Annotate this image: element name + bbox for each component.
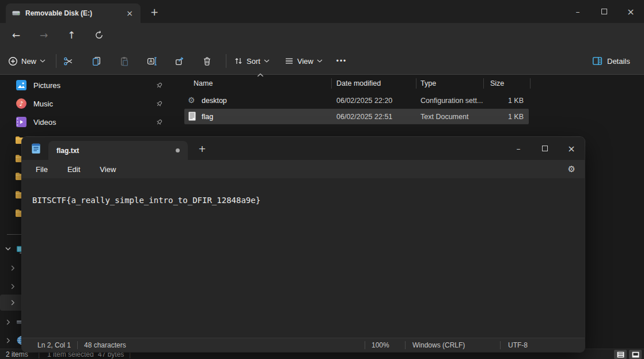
navigation-bar: ← → ↑ This PC Removable Disk (E:) <box>0 23 644 47</box>
sort-button-label: Sort <box>247 57 260 66</box>
copy-button[interactable] <box>87 52 105 70</box>
minimize-icon[interactable]: – <box>565 0 591 23</box>
notepad-status-bar: Ln 2, Col 1 48 characters 100% Windows (… <box>22 338 585 352</box>
file-date-modified: 06/02/2025 22:20 <box>336 93 392 108</box>
notepad-new-tab-button[interactable]: + <box>195 142 210 155</box>
sidebar-item-label: Videos <box>33 118 56 127</box>
close-icon[interactable]: × <box>618 0 644 23</box>
chevron-down-icon <box>40 59 46 63</box>
maximize-icon[interactable] <box>532 137 558 160</box>
notepad-tab-flag-txt[interactable]: flag.txt <box>48 141 188 160</box>
notepad-editor[interactable]: BITSCTF{a_really_simple_intro_to_DFIR_12… <box>22 178 585 338</box>
explorer-window-controls: – × <box>565 0 644 23</box>
line-ending[interactable]: Windows (CRLF) <box>412 338 465 352</box>
minimize-icon[interactable]: – <box>505 137 532 160</box>
file-row-flag-selected[interactable]: flag 06/02/2025 22:51 Text Document 1 KB <box>184 109 529 124</box>
notepad-window-controls: – × <box>505 137 585 160</box>
back-icon[interactable]: ← <box>7 26 25 44</box>
character-count: 48 characters <box>84 338 126 352</box>
notepad-title-bar[interactable]: flag.txt + – × <box>22 137 585 160</box>
pin-icon <box>156 100 163 108</box>
file-explorer-window: Removable Disk (E:) × + – × ← → ↑ This P… <box>0 0 644 359</box>
cursor-position: Ln 2, Col 1 <box>37 338 71 352</box>
column-header-type[interactable]: Type <box>421 76 436 91</box>
maximize-icon[interactable] <box>591 0 618 23</box>
cut-button[interactable] <box>59 52 77 70</box>
sort-button[interactable]: Sort <box>234 54 270 68</box>
tab-close-icon[interactable]: × <box>124 9 135 18</box>
file-date-modified: 06/02/2025 22:51 <box>336 109 392 124</box>
notepad-app-icon <box>31 143 41 154</box>
details-view-toggle[interactable] <box>614 350 627 359</box>
settings-gear-icon[interactable]: ⚙ <box>568 164 575 174</box>
pictures-icon <box>16 80 26 90</box>
pin-icon <box>156 82 163 89</box>
chevron-down-icon <box>317 59 323 63</box>
chevron-expanded-icon[interactable] <box>5 247 11 251</box>
more-options-button[interactable]: ••• <box>332 52 351 70</box>
column-header-date-modified[interactable]: Date modified <box>336 76 381 91</box>
file-row-desktop[interactable]: ⚙ desktop 06/02/2025 22:20 Configuration… <box>184 93 529 108</box>
rename-button[interactable]: A <box>142 52 161 70</box>
explorer-tab[interactable]: Removable Disk (E:) × <box>6 3 141 23</box>
new-plus-icon <box>8 56 18 66</box>
refresh-icon[interactable] <box>90 26 108 44</box>
zoom-level[interactable]: 100% <box>372 338 389 352</box>
file-size: 1 KB <box>483 109 524 124</box>
view-list-icon <box>285 56 294 66</box>
menu-edit[interactable]: Edit <box>62 163 86 176</box>
new-button-label: New <box>21 57 36 66</box>
sort-ascending-icon <box>257 73 264 77</box>
notepad-text-content: BITSCTF{a_really_simple_intro_to_DFIR_12… <box>32 196 260 205</box>
notepad-menu-bar: File Edit View ⚙ <box>22 160 585 178</box>
details-pane-icon <box>592 56 603 66</box>
new-tab-button[interactable]: + <box>147 5 161 19</box>
close-icon[interactable]: × <box>558 137 585 160</box>
pin-icon <box>156 119 163 126</box>
column-header-size[interactable]: Size <box>490 76 504 91</box>
file-type: Configuration sett... <box>421 93 483 108</box>
chevron-down-icon <box>264 59 270 63</box>
chevron-right-icon[interactable] <box>11 284 15 289</box>
share-button[interactable] <box>170 52 188 70</box>
music-icon: ♪ <box>16 98 26 109</box>
menu-view[interactable]: View <box>94 163 122 176</box>
explorer-tab-band: Removable Disk (E:) × + – × <box>0 0 644 23</box>
sidebar-item-label: Pictures <box>33 81 60 90</box>
explorer-tab-title: Removable Disk (E:) <box>25 9 124 17</box>
svg-text:A: A <box>149 59 153 64</box>
forward-icon[interactable]: → <box>35 26 53 44</box>
chevron-right-icon[interactable] <box>11 265 15 271</box>
encoding[interactable]: UTF-8 <box>508 338 528 352</box>
sidebar-item-pictures[interactable]: Pictures <box>0 77 173 94</box>
chevron-right-icon[interactable] <box>6 319 10 325</box>
file-name: desktop <box>202 93 227 108</box>
text-file-icon <box>188 112 196 121</box>
sort-arrows-icon <box>234 56 243 66</box>
file-size: 1 KB <box>483 93 524 108</box>
videos-icon <box>16 117 26 127</box>
details-button-label: Details <box>607 57 630 66</box>
unsaved-changes-dot <box>176 148 180 152</box>
notepad-window: flag.txt + – × File Edit View ⚙ BITSCTF{… <box>22 137 585 352</box>
large-icons-view-toggle[interactable] <box>629 350 642 359</box>
sidebar-item-label: Music <box>33 100 53 108</box>
chevron-right-icon[interactable] <box>6 338 10 343</box>
delete-button[interactable] <box>198 52 216 70</box>
column-header-name[interactable]: Name <box>194 76 213 91</box>
up-icon[interactable]: ↑ <box>62 26 81 44</box>
file-type: Text Document <box>421 109 468 124</box>
paste-button[interactable] <box>115 52 133 70</box>
notepad-tab-title: flag.txt <box>56 147 79 155</box>
menu-file[interactable]: File <box>30 163 54 176</box>
chevron-right-icon[interactable] <box>11 300 15 305</box>
config-file-icon: ⚙ <box>188 96 195 105</box>
view-button-label: View <box>297 57 313 66</box>
sidebar-item-videos[interactable]: Videos <box>0 113 173 131</box>
details-pane-button[interactable]: Details <box>592 54 630 68</box>
sidebar-item-music[interactable]: ♪ Music <box>0 95 173 112</box>
removable-drive-icon <box>12 9 21 18</box>
sidebar-separator <box>7 234 22 235</box>
view-button[interactable]: View <box>285 54 323 68</box>
new-button[interactable]: New <box>8 54 46 68</box>
